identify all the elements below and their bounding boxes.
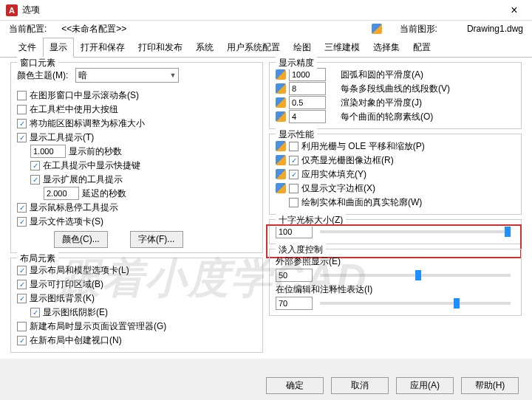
chk-tooltips[interactable]	[17, 133, 27, 142]
ok-button[interactable]: 确定	[266, 377, 324, 394]
apply-button[interactable]: 应用(A)	[396, 377, 454, 394]
drawing-icon	[276, 69, 286, 80]
xref-input[interactable]	[276, 269, 313, 282]
tab-plot[interactable]: 打印和发布	[132, 38, 189, 58]
legend-precision: 显示精度	[276, 57, 317, 69]
chk-scrollbar[interactable]	[17, 91, 27, 100]
render-input[interactable]	[289, 96, 326, 109]
tab-display[interactable]: 显示	[43, 38, 74, 58]
legend-fade: 淡入度控制	[276, 244, 326, 256]
color-theme-value: 暗	[78, 69, 87, 82]
legend-crosshair: 十字光标大小(Z)	[276, 214, 346, 227]
chk-layouttabs[interactable]	[17, 266, 27, 275]
tab-file[interactable]: 文件	[12, 38, 43, 58]
tabs: 文件 显示 打开和保存 打印和发布 系统 用户系统配置 绘图 三维建模 选择集 …	[0, 37, 532, 58]
chk-paperbg[interactable]	[17, 294, 27, 303]
tab-selection[interactable]: 选择集	[366, 38, 406, 58]
surf-input[interactable]	[289, 110, 326, 123]
chk-textframe[interactable]	[289, 184, 299, 193]
delay-input[interactable]	[44, 187, 79, 200]
color-theme-select[interactable]: 暗 ▼	[75, 68, 179, 83]
arc-input[interactable]	[289, 68, 326, 81]
drawing-icon	[276, 183, 286, 193]
drawing-icon	[276, 155, 286, 165]
cancel-button[interactable]: 取消	[331, 377, 389, 394]
color-theme-label: 颜色主题(M):	[17, 69, 68, 82]
tab-profile[interactable]: 配置	[406, 38, 437, 58]
group-fade: 淡入度控制 外部参照显示(E) 在位编辑和注释性表达(I)	[269, 249, 522, 316]
chk-shadow[interactable]	[30, 308, 40, 317]
dialog-title: 选项	[22, 4, 502, 16]
current-drawing-value: Drawing1.dwg	[467, 24, 523, 34]
inplace-input[interactable]	[276, 297, 313, 310]
legend-performance: 显示性能	[276, 128, 317, 141]
app-logo: A	[6, 4, 18, 16]
tab-user[interactable]: 用户系统配置	[220, 38, 287, 58]
group-crosshair: 十字光标大小(Z)	[269, 219, 522, 244]
drawing-icon	[276, 111, 286, 122]
tab-open-save[interactable]: 打开和保存	[74, 38, 132, 58]
font-button[interactable]: 字体(F)...	[130, 231, 183, 248]
current-drawing-label: 当前图形:	[400, 23, 437, 35]
chk-printable[interactable]	[17, 280, 27, 289]
group-precision: 显示精度 圆弧和圆的平滑度(A) 每条多段线曲线的线段数(V) 渲染对象的平滑度…	[269, 62, 522, 129]
crosshair-slider[interactable]	[320, 230, 511, 233]
drawing-icon	[276, 83, 286, 94]
inplace-slider[interactable]	[320, 302, 511, 305]
current-config-value: <<未命名配置>>	[61, 23, 126, 35]
tab-3d[interactable]: 三维建模	[318, 38, 366, 58]
drawing-icon	[372, 24, 382, 34]
chevron-down-icon: ▼	[169, 72, 176, 79]
tab-system[interactable]: 系统	[189, 38, 220, 58]
group-performance: 显示性能 利用光栅与 OLE 平移和缩放(P) 仅亮显光栅图像边框(R) 应用实…	[269, 134, 522, 215]
chk-shortcut[interactable]	[30, 161, 40, 170]
chk-extended[interactable]	[30, 175, 40, 185]
chk-raster-frame[interactable]	[289, 156, 299, 165]
group-window-elements: 窗口元素 颜色主题(M): 暗 ▼ 在图形窗口中显示滚动条(S) 在工具栏中使用…	[10, 62, 263, 253]
drawing-icon	[276, 141, 286, 151]
chk-hover[interactable]	[17, 203, 27, 213]
current-config-label: 当前配置:	[9, 23, 47, 35]
poly-input[interactable]	[289, 82, 326, 95]
drawing-icon	[276, 97, 286, 108]
legend-layout: 布局元素	[17, 252, 58, 265]
tab-drafting[interactable]: 绘图	[287, 38, 318, 58]
xref-slider[interactable]	[320, 274, 511, 277]
help-button[interactable]: 帮助(H)	[461, 377, 519, 394]
chk-bigbutton[interactable]	[17, 105, 27, 114]
close-icon[interactable]: ×	[502, 4, 526, 17]
crosshair-input[interactable]	[276, 225, 313, 238]
chk-solidfill[interactable]	[289, 170, 299, 179]
chk-ribbon[interactable]	[17, 119, 27, 128]
chk-viewport[interactable]	[17, 336, 27, 345]
group-layout-elements: 布局元素 显示布局和模型选项卡(L) 显示可打印区域(B) 显示图纸背景(K) …	[10, 258, 263, 353]
color-button[interactable]: 颜色(C)...	[54, 231, 108, 248]
chk-silhouette[interactable]	[289, 198, 299, 207]
secs-before-input[interactable]	[30, 145, 66, 158]
chk-pagesetup[interactable]	[17, 322, 27, 331]
chk-filetabs[interactable]	[17, 217, 27, 227]
chk-raster[interactable]	[289, 142, 299, 151]
drawing-icon	[276, 169, 286, 179]
legend-window: 窗口元素	[17, 57, 58, 69]
